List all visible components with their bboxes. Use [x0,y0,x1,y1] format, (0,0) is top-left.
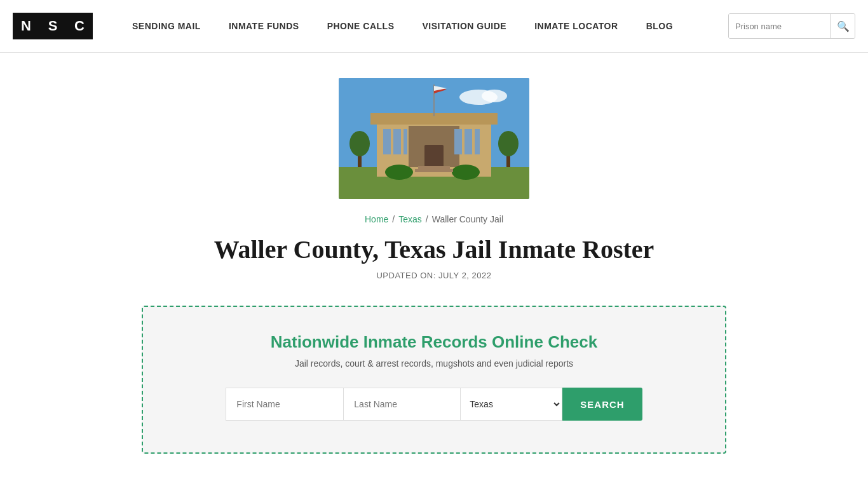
updated-text: UPDATED ON: JULY 2, 2022 [376,271,491,280]
logo-c: C [66,13,93,39]
breadcrumb-sep-2: / [426,214,428,224]
svg-point-20 [498,131,519,156]
search-form: AlabamaAlaskaArizonaArkansasCaliforniaCo… [162,388,706,421]
nav-visitation-guide[interactable]: VISITATION GUIDE [408,0,520,53]
svg-point-18 [349,131,370,156]
svg-rect-13 [475,129,480,154]
svg-point-2 [482,90,507,102]
svg-rect-24 [415,169,453,172]
search-icon: 🔍 [837,20,850,32]
page-title: Waller County, Texas Jail Inmate Roster [214,234,654,264]
svg-rect-8 [383,129,391,154]
svg-rect-9 [393,129,401,154]
prison-search-button[interactable]: 🔍 [831,14,855,38]
search-card-title: Nationwide Inmate Records Online Check [162,332,706,352]
breadcrumb-state[interactable]: Texas [398,214,422,224]
search-button[interactable]: SEARCH [562,388,642,421]
nav-inmate-locator[interactable]: INMATE LOCATOR [520,0,632,53]
first-name-input[interactable] [226,388,343,421]
svg-point-22 [452,165,480,180]
svg-rect-23 [418,166,450,169]
main-content: Home / Texas / Waller County Jail Waller… [0,53,868,454]
logo-s: S [39,13,66,39]
nav-sending-mail[interactable]: SENDING MAIL [118,0,215,53]
svg-rect-11 [454,129,462,154]
nav-blog[interactable]: BLOG [632,0,687,53]
svg-rect-12 [465,129,472,154]
breadcrumb-sep-1: / [392,214,395,224]
prison-search-input[interactable] [729,14,831,38]
svg-point-21 [385,165,413,180]
nav-inmate-funds[interactable]: INMATE FUNDS [215,0,313,53]
prison-search-box: 🔍 [728,13,855,39]
site-logo[interactable]: N S C [13,13,93,39]
last-name-input[interactable] [343,388,461,421]
nav-links: SENDING MAIL INMATE FUNDS PHONE CALLS VI… [118,0,728,53]
svg-rect-7 [424,145,444,167]
breadcrumb-current: Waller County Jail [432,214,503,224]
breadcrumb-home[interactable]: Home [365,214,388,224]
state-select[interactable]: AlabamaAlaskaArizonaArkansasCaliforniaCo… [461,388,562,421]
svg-rect-10 [403,129,407,154]
navbar: N S C SENDING MAIL INMATE FUNDS PHONE CA… [0,0,868,53]
nav-phone-calls[interactable]: PHONE CALLS [313,0,409,53]
search-card-subtitle: Jail records, court & arrest records, mu… [162,358,706,369]
logo-n: N [13,13,39,39]
breadcrumb: Home / Texas / Waller County Jail [365,214,503,224]
prison-image [339,78,529,199]
search-card: Nationwide Inmate Records Online Check J… [142,306,726,454]
